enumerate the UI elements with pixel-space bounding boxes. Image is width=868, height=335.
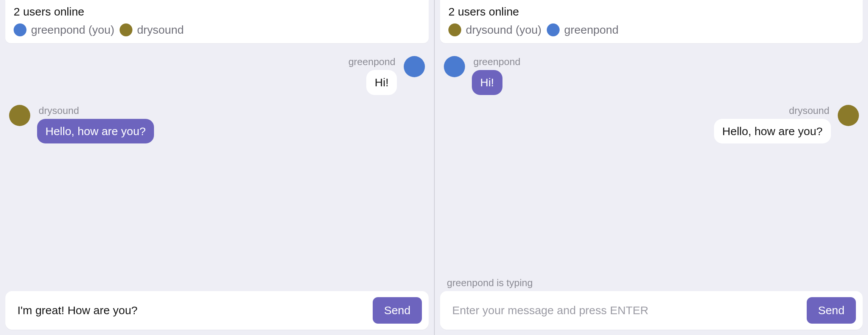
presence-name: greenpond (you) [31, 23, 114, 36]
presence-bar: 2 users online drysound (you) greenpond [440, 0, 863, 43]
message-sender: greenpond [347, 56, 397, 68]
message-list[interactable]: greenpond Hi! drysound Hello, how are yo… [435, 43, 868, 277]
message-bubble: Hi! [366, 70, 397, 95]
presence-name: greenpond [564, 23, 618, 36]
message-sender: drysound [787, 105, 831, 117]
message-input[interactable] [447, 300, 800, 321]
avatar [444, 56, 465, 77]
message-row: greenpond Hi! [444, 56, 859, 95]
chat-pane-right: 2 users online drysound (you) greenpond … [434, 0, 868, 335]
presence-item: greenpond (you) [14, 23, 114, 36]
presence-count: 2 users online [14, 5, 420, 18]
message-body: greenpond Hi! [347, 56, 397, 95]
message-sender: drysound [37, 105, 81, 117]
chat-pane-left: 2 users online greenpond (you) drysound … [0, 0, 434, 335]
user-color-dot [448, 23, 461, 36]
composer: Send [440, 291, 863, 330]
typing-indicator [0, 279, 434, 291]
message-body: drysound Hello, how are you? [37, 105, 154, 144]
message-row: greenpond Hi! [9, 56, 425, 95]
presence-count: 2 users online [448, 5, 854, 18]
avatar [838, 105, 859, 126]
avatar [404, 56, 425, 77]
message-list[interactable]: greenpond Hi! drysound Hello, how are yo… [0, 43, 434, 279]
message-bubble: Hello, how are you? [714, 119, 831, 144]
presence-name: drysound [137, 23, 184, 36]
send-button[interactable]: Send [807, 297, 856, 324]
presence-list: drysound (you) greenpond [448, 23, 854, 36]
message-bubble: Hello, how are you? [37, 119, 154, 144]
presence-name: drysound (you) [466, 23, 541, 36]
presence-item: drysound (you) [448, 23, 541, 36]
user-color-dot [120, 23, 132, 36]
presence-item: greenpond [547, 23, 618, 36]
user-color-dot [14, 23, 26, 36]
message-row: drysound Hello, how are you? [9, 105, 425, 144]
message-input[interactable] [12, 300, 366, 321]
message-body: greenpond Hi! [472, 56, 522, 95]
composer: Send [5, 291, 429, 330]
typing-indicator: greenpond is typing [435, 277, 868, 291]
send-button[interactable]: Send [373, 297, 422, 324]
presence-item: drysound [120, 23, 184, 36]
user-color-dot [547, 23, 560, 36]
avatar [9, 105, 30, 126]
message-body: drysound Hello, how are you? [714, 105, 831, 144]
message-row: drysound Hello, how are you? [444, 105, 859, 144]
message-bubble: Hi! [472, 70, 502, 95]
message-sender: greenpond [472, 56, 522, 68]
presence-list: greenpond (you) drysound [14, 23, 420, 36]
presence-bar: 2 users online greenpond (you) drysound [5, 0, 429, 43]
